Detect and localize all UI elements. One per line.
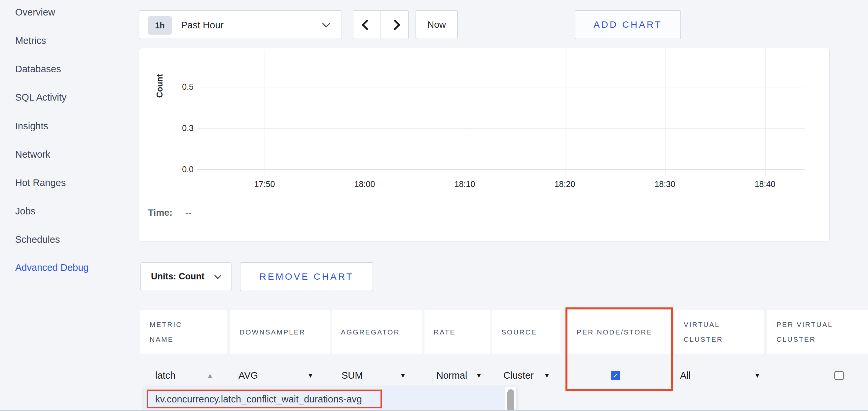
y-tick-label: 0.3 [167,123,193,133]
time-range-label: Past Hour [181,20,224,31]
time-range-selector[interactable]: 1h Past Hour [139,10,342,39]
dropdown-arrow-icon[interactable]: ▼ [544,372,550,379]
aggregator-select-value[interactable]: SUM [342,370,363,381]
rate-select-value[interactable]: Normal [436,370,467,381]
dropdown-arrow-icon[interactable]: ▼ [476,372,482,379]
col-header-label: VIRTUAL CLUSTER [684,317,742,347]
x-tick-label: 17:50 [242,179,288,189]
source-select-value[interactable]: Cluster [503,370,534,381]
col-header-label: PER VIRTUAL CLUSTER [776,317,854,347]
now-button[interactable]: Now [415,10,458,39]
col-header-per-virtual-cluster: PER VIRTUAL CLUSTER [767,310,868,353]
chevron-down-icon [322,20,330,27]
virtual-cluster-select-value[interactable]: All [680,370,691,381]
hover-time-caption: Time: [148,207,173,218]
x-tick-label: 18:20 [542,179,588,189]
sidebar-item-schedules[interactable]: Schedules [15,234,60,245]
sidebar-item-insights[interactable]: Insights [15,121,48,132]
time-range-badge: 1h [148,16,172,35]
hover-time-value: -- [185,207,192,218]
scrollbar-thumb[interactable] [507,389,514,411]
per-virtual-cluster-checkbox[interactable] [834,371,844,380]
x-tick-label: 18:40 [742,179,788,189]
chevron-left-icon [362,20,373,30]
col-header-source: SOURCE [492,310,560,353]
dropdown-arrow-icon[interactable]: ▼ [400,372,406,379]
metric-name-input[interactable]: latch [155,370,175,381]
sidebar-item-databases[interactable]: Databases [15,63,61,74]
y-tick-label: 0.0 [167,164,193,174]
x-tick-label: 18:10 [442,179,488,189]
col-header-virtual-cluster: VIRTUAL CLUSTER [675,310,764,353]
sidebar-item-jobs[interactable]: Jobs [15,205,35,217]
chevron-down-icon [214,272,221,279]
suggestion-annotation-box [147,389,382,408]
sidebar-item-sql-activity[interactable]: SQL Activity [15,92,66,103]
chevron-right-icon [390,20,400,30]
col-header-metric-name: METRIC NAME [141,310,227,353]
col-header-downsampler: DOWNSAMPLER [230,310,330,353]
downsampler-select-value[interactable]: AVG [239,370,258,381]
sidebar-item-advanced-debug[interactable]: Advanced Debug [15,262,89,273]
now-button-label: Now [416,11,457,39]
col-header-aggregator: AGGREGATOR [332,310,423,353]
remove-chart-label: REMOVE CHART [259,271,353,282]
units-dropdown[interactable]: Units: Count [141,262,231,291]
col-header-label: SOURCE [501,324,537,339]
col-header-label: AGGREGATOR [341,324,400,339]
add-chart-button[interactable]: ADD CHART [575,10,681,39]
per-node-store-annotation-box [565,307,673,391]
sort-up-icon[interactable]: ▲ [207,372,213,379]
col-header-label: DOWNSAMPLER [240,324,306,339]
time-prev-button[interactable] [353,10,381,39]
x-tick-label: 18:30 [642,179,688,189]
col-header-rate: RATE [425,310,491,353]
remove-chart-button[interactable]: REMOVE CHART [240,262,373,291]
col-header-label: RATE [434,324,456,339]
time-next-button[interactable] [380,10,409,39]
chart-card: Count 0.5 0.3 0.0 17:50 18:00 18:10 18:2… [139,48,830,242]
units-dropdown-label: Units: Count [151,271,205,282]
sidebar-item-network[interactable]: Network [15,149,50,160]
sidebar-item-overview[interactable]: Overview [15,7,55,18]
sidebar-item-hot-ranges[interactable]: Hot Ranges [15,177,66,189]
dropdown-arrow-icon[interactable]: ▼ [754,372,761,379]
dropdown-arrow-icon[interactable]: ▼ [307,372,314,379]
sidebar-item-metrics[interactable]: Metrics [15,35,46,46]
scrollbar-track[interactable] [505,387,516,411]
y-axis-title: Count [155,63,164,109]
add-chart-label: ADD CHART [593,20,662,30]
x-tick-label: 18:00 [342,179,388,189]
advanced-debug-custom-chart-page: Overview Metrics Databases SQL Activity … [0,0,868,411]
col-header-label: METRIC NAME [150,317,206,347]
chart-plot-area[interactable] [197,50,805,177]
y-tick-label: 0.5 [167,82,193,92]
